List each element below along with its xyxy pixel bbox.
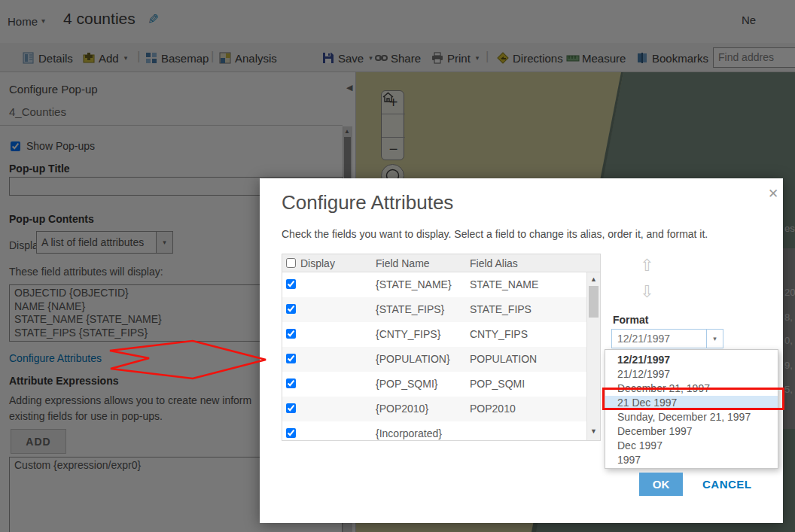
format-dropdown[interactable]: 12/21/1997 ▾	[611, 329, 723, 348]
cell-field-alias: POP2010	[470, 403, 516, 415]
column-header-field-alias: Field Alias	[470, 257, 518, 269]
cell-field-alias: POP_SQMI	[470, 378, 525, 390]
row-display-checkbox[interactable]	[286, 428, 296, 438]
table-row[interactable]: {POP_SQMI} POP_SQMI	[282, 372, 586, 397]
configure-attributes-dialog: ✕ Configure Attributes Check the fields …	[260, 178, 783, 523]
row-display-checkbox[interactable]	[286, 403, 296, 413]
format-dropdown-value: 12/21/1997	[612, 333, 706, 345]
table-row[interactable]: {Incorporated}	[282, 421, 586, 441]
table-row[interactable]: {CNTY_FIPS} CNTY_FIPS	[282, 322, 586, 347]
format-option[interactable]: Sunday, December 21, 1997	[605, 410, 778, 424]
cell-field-alias: CNTY_FIPS	[470, 328, 528, 340]
format-option[interactable]: 1997	[605, 453, 778, 467]
app-window: Home ▾ 4 counties ✎ Ne Details Add ▾ | B…	[0, 0, 795, 532]
table-row[interactable]: {POP2010} POP2010	[282, 397, 586, 421]
table-row[interactable]: {STATE_NAME} STATE_NAME	[282, 272, 586, 297]
column-header-display: Display	[300, 257, 335, 269]
close-icon[interactable]: ✕	[768, 186, 778, 202]
cell-field-alias: STATE_FIPS	[470, 303, 532, 315]
attributes-table: Display Field Name Field Alias {STATE_NA…	[282, 254, 601, 441]
row-display-checkbox[interactable]	[286, 304, 296, 314]
format-dropdown-caret-icon: ▾	[706, 330, 723, 348]
cell-field-alias: STATE_NAME	[470, 278, 538, 290]
format-option[interactable]: December 21, 1997	[605, 382, 778, 396]
column-header-field-name: Field Name	[376, 257, 430, 269]
table-scrollbar-thumb[interactable]	[589, 286, 599, 318]
cell-field-name: {POP2010}	[376, 403, 428, 415]
table-scroll-down-icon[interactable]: ▼	[590, 427, 597, 435]
move-field-down-icon[interactable]: ⇩	[640, 282, 653, 302]
table-row[interactable]: {STATE_FIPS} STATE_FIPS	[282, 297, 586, 322]
format-option[interactable]: 12/21/1997	[605, 353, 778, 367]
table-header: Display Field Name Field Alias	[282, 254, 600, 272]
cell-field-name: {Incorporated}	[376, 427, 442, 439]
display-all-checkbox[interactable]	[286, 258, 296, 268]
move-field-up-icon[interactable]: ⇧	[640, 256, 653, 275]
row-display-checkbox[interactable]	[286, 378, 296, 388]
row-display-checkbox[interactable]	[286, 354, 296, 363]
ok-button[interactable]: OK	[639, 473, 683, 496]
format-options-list: 12/21/1997 21/12/1997 December 21, 1997 …	[605, 349, 778, 469]
cell-field-name: {STATE_FIPS}	[376, 303, 444, 315]
format-option[interactable]: 21/12/1997	[605, 367, 778, 382]
format-option-selected[interactable]: 21 Dec 1997	[605, 396, 778, 410]
cell-field-name: {POPULATION}	[376, 353, 450, 365]
row-display-checkbox[interactable]	[286, 279, 296, 289]
dialog-description: Check the fields you want to display. Se…	[282, 228, 708, 240]
cell-field-name: {STATE_NAME}	[376, 278, 452, 290]
cell-field-name: {POP_SQMI}	[376, 378, 437, 390]
dialog-title: Configure Attributes	[282, 191, 453, 214]
cell-field-name: {CNTY_FIPS}	[376, 328, 440, 340]
table-scroll-up-icon[interactable]: ▲	[590, 275, 597, 283]
format-option[interactable]: December 1997	[605, 424, 778, 439]
cell-field-alias: POPULATION	[470, 353, 537, 365]
cancel-button[interactable]: CANCEL	[702, 478, 752, 491]
format-label: Format	[613, 314, 648, 326]
table-scrollbar[interactable]: ▲ ▼	[586, 272, 600, 440]
format-option[interactable]: Dec 1997	[605, 439, 778, 453]
row-display-checkbox[interactable]	[286, 329, 296, 339]
table-body: {STATE_NAME} STATE_NAME {STATE_FIPS} STA…	[282, 272, 586, 441]
table-row[interactable]: {POPULATION} POPULATION	[282, 347, 586, 372]
